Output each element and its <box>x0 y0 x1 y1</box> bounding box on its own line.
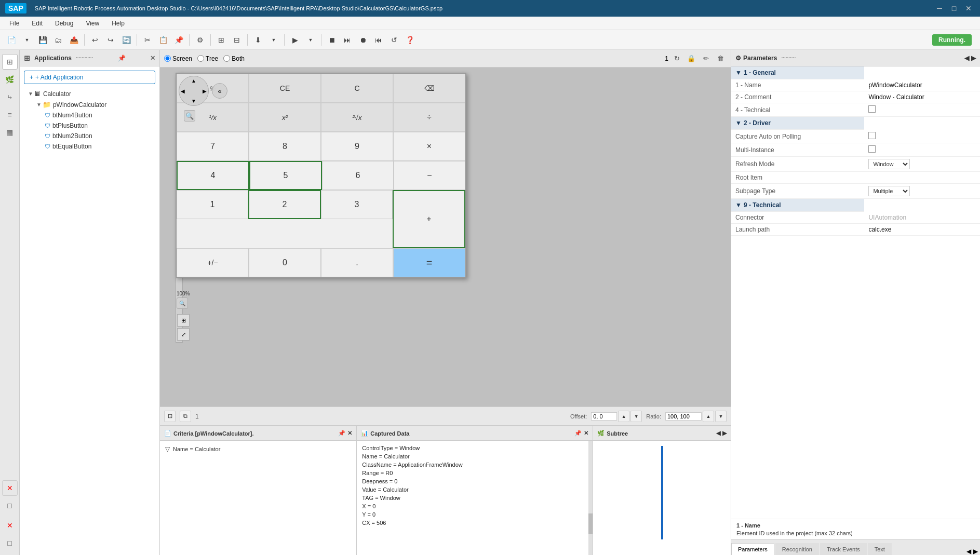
sidebar-icon-workflow[interactable]: ⤷ <box>2 89 18 105</box>
tab-nav-left[interactable]: ◀ <box>966 548 971 555</box>
nav-circle[interactable]: ▲ ▼ ◀ ▶ <box>179 76 209 106</box>
param-technical-value[interactable] <box>864 103 980 117</box>
new-dropdown[interactable]: ▼ <box>20 33 34 47</box>
radio-tree-input[interactable] <box>197 55 204 62</box>
calc-btn-negate[interactable]: +/− <box>177 248 249 277</box>
tab-nav-right[interactable]: ▶ <box>973 548 978 555</box>
paste-btn[interactable]: 📌 <box>171 33 186 47</box>
calc-btn-sq[interactable]: x² <box>249 103 321 132</box>
calc-btn-sqrt[interactable]: ²√x <box>321 103 393 132</box>
cut-btn[interactable]: ✂ <box>140 33 155 47</box>
offset-down[interactable]: ▼ <box>630 411 642 422</box>
checkbox-capture[interactable] <box>868 132 876 139</box>
calc-btn-7[interactable]: 7 <box>177 132 249 161</box>
param-multi-value[interactable] <box>864 143 980 157</box>
calc-btn-9[interactable]: 9 <box>321 132 393 161</box>
save-btn[interactable]: 💾 <box>35 33 50 47</box>
criteria-pin[interactable]: 📌 <box>338 430 345 437</box>
subtree-right-arrow[interactable]: ◀ <box>716 430 720 437</box>
sidebar-icon-filter[interactable]: ≡ <box>2 107 18 123</box>
maximize-btn[interactable]: □ <box>948 2 960 15</box>
record-btn[interactable]: ⏺ <box>356 33 370 47</box>
trash-btn[interactable]: 🗑 <box>714 52 727 65</box>
radio-tree[interactable]: Tree <box>197 55 218 62</box>
param-subpage-value[interactable]: Multiple <box>864 184 980 199</box>
new-btn[interactable]: 📄 <box>4 33 19 47</box>
sidebar-icon-box2[interactable]: □ <box>2 535 18 551</box>
stop-btn[interactable]: ⏹ <box>325 33 339 47</box>
add-application-button[interactable]: + + Add Application <box>24 71 155 84</box>
calc-btn-mul[interactable]: × <box>393 132 465 161</box>
param-comment-value[interactable]: Window - Calculator <box>864 91 980 103</box>
calc-btn-div[interactable]: ÷ <box>393 103 465 132</box>
download-btn[interactable]: ⬇ <box>251 33 265 47</box>
copy-btn[interactable]: 📋 <box>156 33 170 47</box>
rewind-btn[interactable]: ⏮ <box>371 33 386 47</box>
refresh-btn[interactable]: 🔄 <box>119 33 133 47</box>
help2-btn[interactable]: ❓ <box>402 33 417 47</box>
minimize-btn[interactable]: ─ <box>933 2 946 15</box>
tab-recognition[interactable]: Recognition <box>775 543 819 555</box>
tab-trackevents[interactable]: Track Events <box>820 543 867 555</box>
ratio-input[interactable] <box>665 412 702 421</box>
sidebar-icon-grid[interactable]: ▦ <box>2 125 18 140</box>
param-capture-value[interactable] <box>864 130 980 143</box>
move-btn[interactable]: ⤢ <box>177 328 190 341</box>
calc-btn-sub[interactable]: − <box>394 161 465 190</box>
tree-btNum4Button[interactable]: 🛡 btNum4Button <box>20 110 159 120</box>
save2-btn[interactable]: 🗂 <box>51 33 65 47</box>
radio-both-input[interactable] <box>223 55 230 62</box>
reset-btn[interactable]: ↺ <box>387 33 401 47</box>
tab-text[interactable]: Text <box>868 543 892 555</box>
calc-btn-2[interactable]: 2 <box>248 190 321 219</box>
pin-button[interactable]: 📌 <box>118 55 126 62</box>
param-name-value[interactable]: pWindowCalculator <box>864 79 980 91</box>
step-btn[interactable]: ⏭ <box>340 33 355 47</box>
calc-btn-6[interactable]: 6 <box>322 161 394 190</box>
tree-btPlusButton[interactable]: 🛡 btPlusButton <box>20 120 159 131</box>
menu-help[interactable]: Help <box>106 18 130 29</box>
calc-btn-backspace[interactable]: ⌫ <box>393 74 465 103</box>
redo-btn[interactable]: ↪ <box>103 33 118 47</box>
calc-btn-dot[interactable]: . <box>321 248 393 277</box>
sidebar-icon-x2[interactable]: ✕ <box>2 518 18 533</box>
tree-pWindowCalculator[interactable]: ▼ 📁 pWindowCalculator <box>20 99 159 110</box>
calc-btn-4[interactable]: 4 <box>177 161 249 190</box>
sidebar-icon-tree[interactable]: 🌿 <box>2 72 18 87</box>
nav-forward-btn[interactable]: ↻ <box>670 52 683 65</box>
captured-pin[interactable]: 📌 <box>574 430 582 437</box>
expand-btn[interactable]: ⊞ <box>177 314 190 327</box>
offset-input[interactable] <box>591 412 617 421</box>
undo-btn[interactable]: ↩ <box>88 33 102 47</box>
calc-btn-equals[interactable]: = <box>393 248 465 277</box>
duplicate-btn[interactable]: ⧉ <box>180 411 191 422</box>
pencil-btn[interactable]: ✏ <box>700 52 712 65</box>
calc-btn-5[interactable]: 5 <box>249 161 322 190</box>
align1-btn[interactable]: ⊞ <box>214 33 229 47</box>
lock-btn[interactable]: 🔒 <box>685 52 697 65</box>
calc-btn-c[interactable]: C <box>321 74 393 103</box>
tree-btNum2Button[interactable]: 🛡 btNum2Button <box>20 131 159 141</box>
tree-calculator[interactable]: ▼ 🖩 Calculator <box>20 88 159 99</box>
magnifier-btn[interactable]: 🔍 <box>184 110 195 121</box>
zoom-btn[interactable]: 🔍 <box>177 297 188 309</box>
calc-btn-1[interactable]: 1 <box>177 190 248 219</box>
offset-up[interactable]: ▲ <box>618 411 629 422</box>
export-btn[interactable]: 📤 <box>66 33 81 47</box>
checkbox-multi[interactable] <box>868 145 876 153</box>
params-arrow-right[interactable]: ▶ <box>971 55 976 62</box>
calc-btn-plus[interactable]: + <box>393 190 465 248</box>
radio-screen[interactable]: Screen <box>164 55 192 62</box>
sidebar-icon-box1[interactable]: □ <box>2 498 18 513</box>
play-drop[interactable]: ▼ <box>303 33 318 47</box>
radio-screen-input[interactable] <box>164 55 171 62</box>
menu-edit[interactable]: Edit <box>26 18 48 29</box>
tab-parameters[interactable]: Parameters <box>731 543 774 555</box>
settings-btn[interactable]: ⚙ <box>193 33 207 47</box>
sidebar-icon-x1[interactable]: ✕ <box>2 480 18 496</box>
checkbox-technical[interactable] <box>868 105 876 113</box>
params-arrow-left[interactable]: ◀ <box>964 55 969 62</box>
subtree-right-arrow2[interactable]: ▶ <box>722 430 727 437</box>
param-launchpath-value[interactable]: calc.exe <box>864 224 980 236</box>
captured-close[interactable]: ✕ <box>584 430 588 437</box>
